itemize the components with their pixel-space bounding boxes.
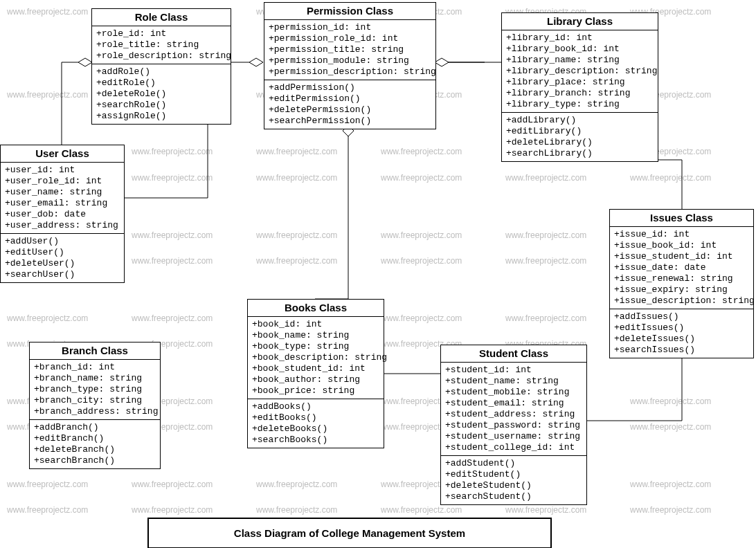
class-title: Student Class xyxy=(441,345,586,363)
class-attributes: +branch_id: int +branch_name: string +br… xyxy=(30,360,160,420)
op: +searchBranch() xyxy=(34,455,156,466)
attr: +user_email: string xyxy=(5,198,120,209)
attr: +book_name: string xyxy=(252,330,379,341)
op: +deletePermission() xyxy=(269,104,431,116)
attr: +student_mobile: string xyxy=(445,387,582,398)
op: +deleteLibrary() xyxy=(506,137,654,148)
class-user: User Class +user_id: int +user_role_id: … xyxy=(0,145,125,283)
attr: +library_place: string xyxy=(506,77,654,88)
op: +editStudent() xyxy=(445,469,582,480)
attr: +book_type: string xyxy=(252,341,379,352)
attr: +student_name: string xyxy=(445,376,582,387)
op: +editUser() xyxy=(5,247,120,258)
class-title: Books Class xyxy=(248,300,384,317)
op: +addBranch() xyxy=(34,422,156,433)
attr: +permission_role_id: int xyxy=(269,33,431,44)
op: +searchStudent() xyxy=(445,491,582,502)
op: +addIssues() xyxy=(614,311,749,322)
attr: +book_author: string xyxy=(252,374,379,385)
attr: +role_title: string xyxy=(96,39,226,51)
attr: +permission_module: string xyxy=(269,55,431,66)
attr: +branch_name: string xyxy=(34,373,156,384)
class-library: Library Class +library_id: int +library_… xyxy=(501,12,658,162)
op: +deleteIssues() xyxy=(614,334,749,345)
attr: +branch_type: string xyxy=(34,384,156,395)
op: +editRole() xyxy=(96,77,226,89)
attr: +student_username: string xyxy=(445,431,582,442)
op: +addPermission() xyxy=(269,82,431,93)
attr: +branch_city: string xyxy=(34,395,156,406)
op: +searchPermission() xyxy=(269,116,431,127)
class-attributes: +role_id: int +role_title: string +role_… xyxy=(92,26,231,64)
class-operations: +addPermission() +editPermission() +dele… xyxy=(264,80,435,129)
op: +searchRole() xyxy=(96,100,226,111)
class-attributes: +library_id: int +library_book_id: int +… xyxy=(502,30,658,113)
class-title: User Class xyxy=(1,145,124,163)
class-operations: +addBooks() +editBooks() +deleteBooks() … xyxy=(248,399,384,448)
op: +editPermission() xyxy=(269,93,431,104)
attr: +permission_id: int xyxy=(269,22,431,33)
class-role: Role Class +role_id: int +role_title: st… xyxy=(91,8,231,125)
op: +searchUser() xyxy=(5,269,120,280)
attr: +student_id: int xyxy=(445,365,582,376)
attr: +library_branch: string xyxy=(506,88,654,99)
class-attributes: +student_id: int +student_name: string +… xyxy=(441,363,586,456)
attr: +library_type: string xyxy=(506,99,654,110)
class-permission: Permission Class +permission_id: int +pe… xyxy=(264,2,436,129)
op: +addStudent() xyxy=(445,458,582,469)
op: +deleteStudent() xyxy=(445,480,582,491)
op: +editBranch() xyxy=(34,433,156,444)
op: +searchLibrary() xyxy=(506,148,654,159)
class-title: Issues Class xyxy=(610,210,753,227)
class-attributes: +issue_id: int +issue_book_id: int +issu… xyxy=(610,227,753,309)
attr: +user_role_id: int xyxy=(5,176,120,187)
attr: +book_description: string xyxy=(252,352,379,363)
class-operations: +addStudent() +editStudent() +deleteStud… xyxy=(441,456,586,504)
attr: +book_price: string xyxy=(252,385,379,396)
op: +addLibrary() xyxy=(506,115,654,126)
diagram-title-text: Class Diagram of College Management Syst… xyxy=(234,527,465,539)
attr: +student_password: string xyxy=(445,420,582,431)
class-operations: +addRole() +editRole() +deleteRole() +se… xyxy=(92,64,231,124)
attr: +library_name: string xyxy=(506,55,654,66)
class-operations: +addBranch() +editBranch() +deleteBranch… xyxy=(30,420,160,468)
attr: +issue_date: date xyxy=(614,262,749,273)
attr: +permission_title: string xyxy=(269,44,431,55)
class-title: Role Class xyxy=(92,9,231,26)
attr: +book_student_id: int xyxy=(252,363,379,374)
class-operations: +addLibrary() +editLibrary() +deleteLibr… xyxy=(502,113,658,161)
attr: +issue_renewal: string xyxy=(614,273,749,284)
class-issues: Issues Class +issue_id: int +issue_book_… xyxy=(609,209,754,358)
class-title: Library Class xyxy=(502,13,658,30)
op: +addUser() xyxy=(5,236,120,247)
diagram-title: Class Diagram of College Management Syst… xyxy=(147,518,552,548)
attr: +role_description: string xyxy=(96,51,226,62)
attr: +branch_address: string xyxy=(34,406,156,417)
attr: +library_id: int xyxy=(506,33,654,44)
attr: +user_id: int xyxy=(5,165,120,176)
op: +searchIssues() xyxy=(614,345,749,356)
diagram-canvas: Role Class +role_id: int +role_title: st… xyxy=(0,0,756,548)
attr: +issue_id: int xyxy=(614,229,749,240)
op: +addBooks() xyxy=(252,401,379,412)
class-attributes: +book_id: int +book_name: string +book_t… xyxy=(248,317,384,399)
class-operations: +addIssues() +editIssues() +deleteIssues… xyxy=(610,309,753,358)
op: +deleteBooks() xyxy=(252,423,379,435)
attr: +student_college_id: int xyxy=(445,442,582,453)
op: +editLibrary() xyxy=(506,126,654,137)
op: +assignRole() xyxy=(96,111,226,122)
class-attributes: +user_id: int +user_role_id: int +user_n… xyxy=(1,163,124,234)
op: +deleteBranch() xyxy=(34,444,156,455)
class-title: Branch Class xyxy=(30,342,160,360)
class-title: Permission Class xyxy=(264,3,435,20)
attr: +student_email: string xyxy=(445,398,582,409)
attr: +issue_expiry: string xyxy=(614,284,749,295)
op: +addRole() xyxy=(96,66,226,77)
attr: +user_dob: date xyxy=(5,209,120,220)
op: +searchBooks() xyxy=(252,435,379,446)
class-branch: Branch Class +branch_id: int +branch_nam… xyxy=(29,342,161,469)
attr: +book_id: int xyxy=(252,319,379,330)
op: +editBooks() xyxy=(252,412,379,423)
attr: +library_book_id: int xyxy=(506,44,654,55)
attr: +branch_id: int xyxy=(34,362,156,373)
